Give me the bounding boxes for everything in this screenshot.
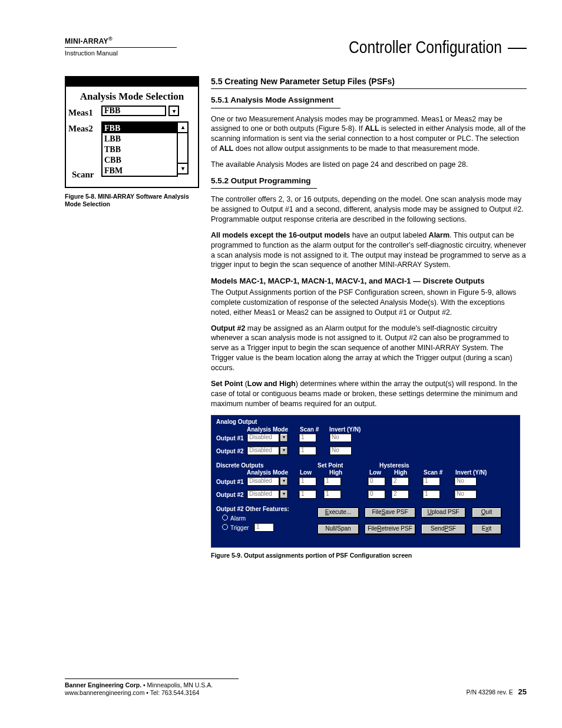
para-552-2: All models except the 16-output models h… bbox=[211, 230, 527, 271]
list-item[interactable]: LBB bbox=[103, 133, 177, 144]
ao-out2-scan[interactable]: 1 bbox=[299, 446, 316, 455]
do-out2-hhigh[interactable]: 2 bbox=[391, 490, 409, 499]
col-scan2: Scan # bbox=[424, 469, 442, 477]
ao-out2-label: Output #2 bbox=[216, 447, 244, 456]
header-right: Controller Configuration bbox=[315, 35, 527, 60]
figure-5-9-caption: Figure 5-9. Output assignments portion o… bbox=[211, 551, 527, 559]
header-dash bbox=[508, 48, 527, 49]
do-out2-scan[interactable]: 1 bbox=[422, 490, 440, 499]
figure-5-8-dialog: Analysis Mode Selection Meas1 FBB ▾ Meas… bbox=[65, 76, 199, 188]
other-features-label: Output #2 Other Features: bbox=[216, 505, 289, 513]
para-552-1: The controller offers 2, 3, or 16 output… bbox=[211, 195, 527, 225]
col-invert2: Invert (Y/N) bbox=[455, 469, 487, 477]
do-out1-hhigh[interactable]: 2 bbox=[391, 477, 409, 486]
send-psf-button[interactable]: Send PSF bbox=[421, 524, 465, 534]
trigger-value[interactable]: 1 bbox=[254, 523, 274, 532]
dropdown-icon[interactable]: ▾ bbox=[280, 446, 288, 455]
section-5-5-2-heading: 5.5.2 Output Programming bbox=[211, 176, 317, 188]
trigger-radio[interactable] bbox=[222, 524, 228, 530]
dropdown-icon[interactable]: ▾ bbox=[280, 477, 288, 486]
chapter-title: Controller Configuration bbox=[349, 35, 502, 60]
do-out2-low[interactable]: 1 bbox=[299, 490, 316, 499]
ao-out1-scan[interactable]: 1 bbox=[299, 433, 316, 442]
dropdown-icon[interactable]: ▾ bbox=[280, 490, 288, 499]
file-retrieve-psf-button[interactable]: File Retreive PSF bbox=[365, 524, 415, 534]
dropdown-icon[interactable]: ▾ bbox=[280, 433, 288, 442]
product-name: MINI-ARRAY® bbox=[65, 35, 177, 46]
reg-mark: ® bbox=[108, 36, 113, 42]
do-out2-hlow[interactable]: 0 bbox=[368, 490, 385, 499]
null-span-button[interactable]: Null/Span bbox=[318, 524, 359, 534]
subsection-5-5-2: 5.5.2 Output Programming The controller … bbox=[211, 176, 527, 409]
text: may be assigned as an Alarm output for t… bbox=[211, 324, 513, 373]
do-out1-mode[interactable]: Disabled bbox=[247, 477, 279, 486]
file-save-psf-button[interactable]: File Save PSF bbox=[365, 508, 415, 518]
list-item[interactable]: FBM bbox=[103, 165, 177, 176]
section-5-5-1-heading: 5.5.1 Analysis Mode Assignment bbox=[211, 95, 340, 107]
col-high2: High bbox=[394, 469, 407, 477]
models-heading: Models MAC-1, MACP-1, MACN-1, MACV-1, an… bbox=[211, 276, 527, 286]
do-out1-inv[interactable]: No bbox=[454, 477, 477, 486]
bold: Low and High bbox=[247, 380, 296, 388]
figure-5-8-caption: Figure 5-8. MINI-ARRAY Software Analysis… bbox=[65, 193, 200, 209]
para-552-5: Set Point (Low and High) determines wher… bbox=[211, 379, 527, 409]
list-item[interactable]: TBB bbox=[103, 144, 177, 154]
scanr-label: Scanr bbox=[72, 169, 94, 180]
fig8-caption-text: Figure 5-8. MINI-ARRAY Software Analysis… bbox=[65, 193, 189, 208]
list-item[interactable]: CBB bbox=[103, 154, 177, 165]
alarm-radio[interactable] bbox=[222, 515, 228, 521]
scrollbar[interactable]: ▴ ▾ bbox=[178, 121, 189, 174]
meas1-row: Meas1 FBB ▾ bbox=[66, 106, 198, 118]
header-rule bbox=[65, 47, 177, 48]
scroll-up-icon[interactable]: ▴ bbox=[178, 123, 187, 133]
company-loc: • Minneapolis, MN U.S.A. bbox=[141, 681, 213, 689]
bold: ALL bbox=[365, 124, 379, 133]
section-5-5-heading: 5.5 Creating New Parameter Setup Files (… bbox=[211, 76, 527, 90]
para-551-2: The available Analysis Modes are listed … bbox=[211, 160, 527, 170]
do-out1-low[interactable]: 1 bbox=[299, 477, 316, 486]
execute-button[interactable]: Execute... bbox=[318, 508, 359, 518]
col-high1: High bbox=[329, 469, 342, 477]
doc-type: Instruction Manual bbox=[65, 49, 177, 58]
bold: Alarm bbox=[429, 231, 449, 239]
page-header: MINI-ARRAY® Instruction Manual Controlle… bbox=[65, 35, 527, 60]
do-out2-high[interactable]: 1 bbox=[323, 490, 341, 499]
ao-out2-invert[interactable]: No bbox=[329, 446, 352, 455]
part-number: P/N 43298 rev. E bbox=[467, 689, 513, 696]
figure-5-9-dialog: Analog Output Analysis Mode Scan # Inver… bbox=[211, 415, 520, 548]
do-out1-hlow[interactable]: 0 bbox=[368, 477, 385, 486]
page-footer: Banner Engineering Corp. • Minneapolis, … bbox=[65, 678, 527, 697]
bold: All models except the 16-output models bbox=[211, 231, 350, 239]
do-out1-label: Output #1 bbox=[216, 478, 244, 486]
content-columns: Analysis Mode Selection Meas1 FBB ▾ Meas… bbox=[65, 76, 527, 559]
col-invert: Invert (Y/N) bbox=[329, 426, 361, 434]
para-551-1: One or two Measurement Analysis modes ma… bbox=[211, 114, 527, 154]
meas1-dropdown-button[interactable]: ▾ bbox=[168, 106, 179, 116]
ao-out2-mode[interactable]: Disabled bbox=[247, 446, 279, 455]
quit-button[interactable]: Quit bbox=[472, 508, 501, 518]
col-low1: Low bbox=[300, 469, 312, 477]
footer-left: Banner Engineering Corp. • Minneapolis, … bbox=[65, 681, 213, 697]
upload-psf-button[interactable]: Upload PSF bbox=[421, 508, 465, 518]
ao-out1-invert[interactable]: No bbox=[329, 433, 352, 442]
col-scan-num: Scan # bbox=[300, 426, 319, 434]
do-out1-high[interactable]: 1 bbox=[323, 477, 341, 486]
fig8-titlebar bbox=[66, 77, 198, 87]
do-out2-label: Output #2 bbox=[216, 491, 244, 499]
ao-out1-label: Output #1 bbox=[216, 434, 244, 443]
para-552-4: Output #2 may be assigned as an Alarm ou… bbox=[211, 324, 527, 373]
bold: ALL bbox=[219, 144, 233, 153]
list-item[interactable]: FBB bbox=[103, 123, 177, 133]
do-out2-mode[interactable]: Disabled bbox=[247, 490, 279, 499]
do-out2-inv[interactable]: No bbox=[454, 490, 477, 499]
ao-out1-mode[interactable]: Disabled bbox=[247, 433, 279, 442]
footer-right: P/N 43298 rev. E 25 bbox=[467, 687, 527, 697]
exit-button[interactable]: Exit bbox=[472, 524, 501, 534]
page-number: 25 bbox=[518, 687, 527, 696]
col-low2: Low bbox=[369, 469, 381, 477]
do-out1-scan[interactable]: 1 bbox=[422, 477, 440, 486]
text: have an output labeled bbox=[350, 231, 428, 239]
scroll-down-icon[interactable]: ▾ bbox=[178, 163, 187, 173]
meas2-dropdown-list[interactable]: FBB LBB TBB CBB FBM bbox=[101, 121, 178, 177]
meas1-value[interactable]: FBB bbox=[101, 106, 166, 116]
